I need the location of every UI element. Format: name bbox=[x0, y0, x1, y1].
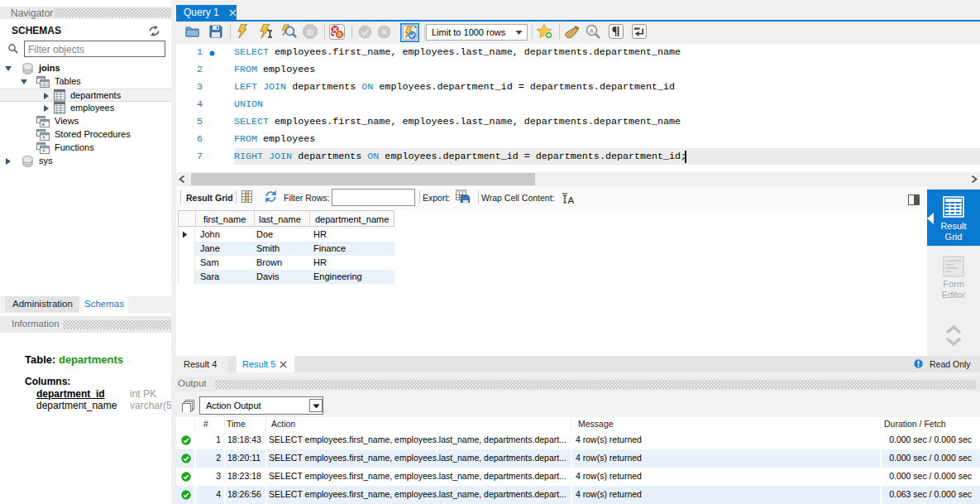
svg-text:A: A bbox=[568, 195, 575, 205]
svg-text:A: A bbox=[590, 27, 595, 35]
